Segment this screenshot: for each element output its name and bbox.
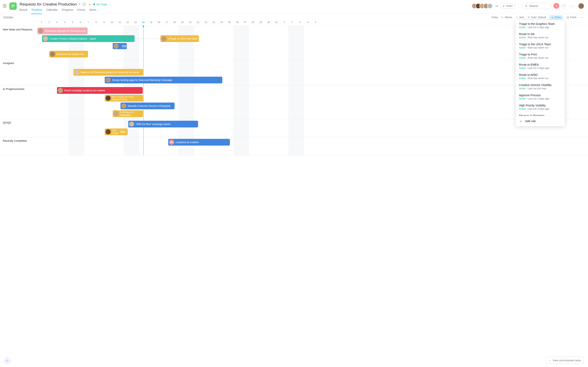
assignee-avatar — [38, 28, 43, 33]
add-button[interactable]: + — [553, 3, 559, 9]
section-label[interactable]: Recently Completed — [3, 139, 27, 142]
task-bar[interactable]: New Images for Each Regional Office — [105, 95, 143, 101]
project-icon[interactable] — [9, 2, 17, 10]
project-title[interactable]: Requests for Creative Production — [20, 2, 77, 7]
hamburger-menu[interactable] — [3, 4, 7, 7]
day-cell: 26 — [233, 21, 241, 26]
chevron-down-icon[interactable]: ▾ — [79, 3, 80, 6]
sort-button[interactable]: ↑↓ Sort — [516, 16, 524, 19]
assignee-avatar: Ry — [169, 140, 174, 145]
task-bar[interactable]: FY19 Best Of Infographic — [113, 110, 143, 117]
task-bar[interactable]: Edit Graph…1 — [105, 128, 127, 135]
task-bar[interactable]: 2-Pager on ROI Case Study — [160, 35, 199, 42]
rule-meta: Active · Rule has never run — [519, 57, 562, 59]
day-cell: 6 — [77, 21, 84, 26]
day-cell: 31 — [273, 21, 280, 26]
rules-button[interactable]: Rules — [549, 15, 563, 20]
rule-item[interactable]: Triage to the Graphics TeamActive · Last… — [516, 20, 565, 31]
tab-forms[interactable]: Forms — [77, 8, 86, 14]
rule-item[interactable]: Creative Director VisibilityActive · Las… — [516, 82, 565, 92]
task-bar[interactable]: Design landing page for Seasonal Marketi… — [105, 77, 222, 83]
svg-line-5 — [527, 6, 527, 7]
month-label: October — [3, 16, 491, 19]
task-bar[interactable]: Beautify Customer Success Infographic — [121, 103, 174, 109]
rule-meta: Active · Last run 3 days ago — [519, 108, 562, 110]
rule-item[interactable]: Triage to PrintActive · Rule has never r… — [516, 51, 565, 61]
user-avatar[interactable] — [579, 3, 584, 9]
task-label: Edit Graph… — [112, 129, 118, 134]
task-label: New Images for Each Regional Office — [112, 96, 141, 101]
day-cell: 29 — [257, 21, 265, 26]
rule-item[interactable]: Triage to the UI/UX TeamActive · Rule ha… — [516, 41, 565, 51]
section-label[interactable]: New Ideas and Requests — [3, 28, 33, 31]
rule-item[interactable]: Approve ProcessActive · Last run 3 days … — [516, 92, 565, 102]
rule-name: Route to APAC — [519, 73, 562, 76]
info-icon[interactable]: i — [82, 3, 86, 6]
task-bar[interactable]: Localize Product Catalog Graphics - Japa… — [42, 35, 135, 42]
section-label[interactable]: In Progress/Active — [3, 87, 25, 91]
member-avatar[interactable] — [487, 3, 493, 9]
day-cell: 27 — [241, 21, 249, 26]
assignee-avatar — [74, 70, 79, 75]
rule-name: Approve Process — [519, 94, 562, 97]
rule-item[interactable]: Route to NAActive · Rule has never run — [516, 31, 565, 41]
today-button[interactable]: Today — [491, 16, 498, 19]
fields-button[interactable]: Fields — [567, 16, 577, 19]
assignee-avatar — [43, 36, 48, 41]
assignee-avatar — [121, 103, 126, 108]
task-bar[interactable]: Brand campaign localized ad creative — [57, 87, 143, 94]
assignee-avatar — [129, 122, 134, 127]
star-icon[interactable]: ★ — [88, 2, 91, 6]
status-badge[interactable]: On Track — [93, 3, 107, 6]
member-count: 12 — [495, 4, 498, 7]
day-cell: 3 — [53, 21, 61, 26]
zoom-selector[interactable]: Weeks — [502, 16, 512, 19]
task-label: 2-Pager on ROI Case Study — [168, 37, 197, 40]
task-bar[interactable]: Directional signage for internal events — [37, 27, 87, 34]
section-label[interactable]: Assigned — [3, 62, 14, 65]
assignee-avatar — [58, 88, 63, 93]
day-cell: 5 — [312, 21, 320, 26]
member-avatars[interactable] — [472, 3, 493, 9]
day-cell: 8 — [92, 21, 100, 26]
rule-name: Triage to the UI/UX Team — [519, 43, 562, 46]
tab-timeline[interactable]: Timeline — [31, 8, 42, 14]
rule-item[interactable]: High Priority VisibilityActive · Last ru… — [516, 102, 565, 112]
day-header: 1234567891011121314151617181920212223242… — [0, 21, 588, 26]
task-label: "With the flow" campaign assets — [136, 123, 196, 125]
rule-item[interactable]: Move to In ProgressActive — [516, 112, 565, 116]
rule-name: High Priority Visibility — [519, 104, 562, 107]
tab-calendar[interactable]: Calendar — [46, 8, 58, 14]
tab-more[interactable]: More… — [89, 8, 99, 14]
plus-icon: ＋ — [519, 119, 523, 124]
tab-board[interactable]: Board — [20, 8, 27, 14]
task-bar[interactable]: "With the flow" campaign assets — [128, 121, 198, 127]
help-button[interactable]: ? — [561, 3, 567, 8]
project-tabs: BoardTimelineCalendarProgressFormsMore… — [20, 8, 469, 14]
share-button[interactable]: Share — [500, 3, 515, 8]
add-rule-button[interactable]: ＋Add rule — [516, 116, 565, 126]
more-icon[interactable]: ⋯ — [580, 16, 584, 19]
task-bar[interactable]: Brochures for Career Fair — [49, 51, 88, 58]
day-cell: 7 — [84, 21, 92, 26]
search-input[interactable]: Search — [522, 3, 552, 9]
tab-progress[interactable]: Progress — [62, 8, 73, 14]
day-cell: 14 — [139, 21, 147, 26]
rules-popover: Triage to the Graphics TeamActive · Last… — [516, 20, 565, 126]
day-cell: 9 — [100, 21, 108, 26]
task-bar[interactable]: Need a 100 Brochures printed for univers… — [73, 69, 143, 76]
rule-item[interactable]: Route to EMEAActive · Last run 3 days ag… — [516, 61, 565, 71]
mascot-icon — [569, 3, 576, 9]
assignee-avatar — [113, 44, 119, 49]
color-button[interactable]: Color: Default — [527, 16, 546, 19]
task-label: Brochures for Career Fair — [57, 53, 86, 56]
day-cell: 15 — [147, 21, 155, 26]
day-cell: 2 — [45, 21, 53, 26]
section-label[interactable]: QA/QC — [3, 121, 11, 124]
assignee-avatar — [113, 111, 119, 116]
rule-item[interactable]: Route to APACActive · Rule has never run — [516, 71, 565, 82]
task-bar[interactable]: RyLocalized ad creative — [168, 139, 230, 146]
task-bar[interactable]: B fo1 — [113, 43, 127, 49]
subtask-badge: 1 — [120, 131, 126, 133]
timeline-view: 1234567891011121314151617181920212223242… — [0, 21, 588, 155]
